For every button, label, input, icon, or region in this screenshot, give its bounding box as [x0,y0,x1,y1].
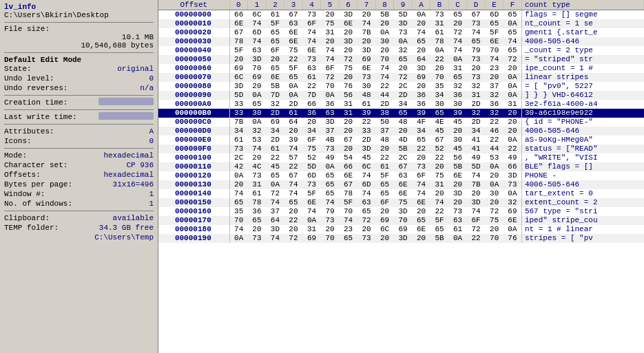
hex-cell[interactable]: 70 [248,64,267,73]
hex-cell[interactable]: 5F [284,64,303,73]
hex-cell[interactable]: 20 [430,162,449,171]
hex-cell[interactable]: 74 [375,64,394,73]
hex-cell[interactable]: 0A [229,171,248,180]
hex-cell[interactable]: 61 [266,145,284,153]
hex-cell[interactable]: 20 [375,145,394,153]
hex-cell[interactable]: 64 [412,55,430,64]
hex-cell[interactable]: 65 [448,73,467,82]
hex-cell[interactable]: 20 [467,64,486,73]
hex-cell[interactable]: 65 [503,10,522,20]
hex-cell[interactable]: 67 [339,136,357,145]
hex-cell[interactable]: 75 [485,216,503,225]
hex-cell[interactable]: 20 [448,180,467,189]
hex-cell[interactable]: 70 [394,216,413,225]
hex-cell[interactable]: 0A [485,180,503,189]
hex-cell[interactable]: 22 [266,153,284,162]
hex-cell[interactable]: 37 [266,207,284,216]
hex-cell[interactable]: 30 [357,82,376,91]
hex-cell[interactable]: 22 [430,55,449,64]
hex-cell[interactable]: 30 [375,37,394,46]
hex-cell[interactable]: 65 [375,180,394,189]
hex-cell[interactable]: 74 [321,46,340,55]
table-row[interactable]: 000000307874656E74203D20300A657874656E74… [158,37,644,46]
hex-cell[interactable]: 63 [248,46,267,55]
hex-cell[interactable]: 65 [266,37,284,46]
table-row[interactable]: 000000405F636F756E74203D2032200A74797065… [158,46,644,55]
hex-cell[interactable]: 31 [430,19,449,28]
hex-cell[interactable]: 0A [284,91,303,100]
hex-cell[interactable]: 5F [266,19,284,28]
hex-cell[interactable]: 5B [375,10,394,20]
hex-cell[interactable]: 65 [430,225,449,234]
hex-cell[interactable]: 34 [412,127,430,136]
hex-cell[interactable]: 45 [448,118,467,127]
hex-cell[interactable]: 45 [266,162,284,171]
hex-cell[interactable]: 23 [339,225,357,234]
table-row[interactable]: 000000E061532D396F4B672D484D65673041220A… [158,136,644,145]
table-row[interactable]: 0000018074203D20312023206C696E656172200A… [158,225,644,234]
hex-cell[interactable]: 53 [248,136,267,145]
hex-cell[interactable]: 65 [394,109,413,118]
hex-cell[interactable]: 5F [302,189,321,198]
hex-cell[interactable]: 64 [266,216,284,225]
hex-cell[interactable]: 37 [375,127,394,136]
hex-cell[interactable]: 56 [339,91,357,100]
hex-cell[interactable]: 6C [229,73,248,82]
hex-cell[interactable]: 20 [503,127,522,136]
hex-cell[interactable]: 34 [266,127,284,136]
hex-cell[interactable]: 20 [394,64,413,73]
hex-cell[interactable]: 0A [302,216,321,225]
hex-cell[interactable]: 31 [467,91,486,100]
hex-cell[interactable]: 63 [321,109,340,118]
hex-cell[interactable]: 72 [394,73,413,82]
table-row[interactable]: 00000150657874656E745F636F756E74203D2032… [158,198,644,207]
hex-cell[interactable]: 65 [266,28,284,37]
hex-cell[interactable]: 41 [467,145,486,153]
hex-cell[interactable]: 67 [430,136,449,145]
hex-cell[interactable]: 6F [266,46,284,55]
hex-cell[interactable]: 65 [321,171,340,180]
hex-cell[interactable]: 72 [284,234,303,243]
hex-cell[interactable]: 36 [321,100,340,109]
hex-cell[interactable]: 5D [302,162,321,171]
hex-cell[interactable]: 22 [485,118,503,127]
hex-cell[interactable]: 0A [412,10,430,20]
hex-cell[interactable]: 20 [339,46,357,55]
hex-cell[interactable]: 6E [284,28,303,37]
hex-cell[interactable]: 74 [321,198,340,207]
hex-cell[interactable]: 0A [503,189,522,198]
hex-cell[interactable]: 50 [375,118,394,127]
hex-cell[interactable]: 74 [412,180,430,189]
hex-cell[interactable]: 46 [485,127,503,136]
hex-cell[interactable]: 2C [394,82,413,91]
hex-cell[interactable]: 3D [394,234,413,243]
hex-cell[interactable]: 75 [321,19,340,28]
hex-cell[interactable]: 72 [339,55,357,64]
table-row[interactable]: 00000110424C45225D0A666C616773205B5D0A66… [158,162,644,171]
hex-cell[interactable]: 73 [229,145,248,153]
hex-cell[interactable]: 20 [467,189,486,198]
hex-cell[interactable]: 73 [357,234,376,243]
hex-cell[interactable]: 5B [430,234,449,243]
hex-cell[interactable]: 4F [412,118,430,127]
hex-cell[interactable]: 0A [375,28,394,37]
hex-cell[interactable]: 20 [485,198,503,207]
hex-cell[interactable]: 0A [321,162,340,171]
hex-cell[interactable]: 32 [248,127,267,136]
hex-cell[interactable]: 65 [412,136,430,145]
hex-cell[interactable]: 73 [448,207,467,216]
hex-cell[interactable]: 72 [266,189,284,198]
hex-cell[interactable]: 31 [321,28,340,37]
hex-cell[interactable]: 3D [394,207,413,216]
hex-cell[interactable]: 6F [467,216,486,225]
hex-cell[interactable]: 63 [302,64,321,73]
hex-cell[interactable]: 72 [321,73,340,82]
hex-cell[interactable]: 65 [394,55,413,64]
hex-cell[interactable]: 65 [430,109,449,118]
hex-cell[interactable]: 20 [284,207,303,216]
hex-cell[interactable]: 20 [229,180,248,189]
hex-cell[interactable]: 65 [503,46,522,55]
hex-cell[interactable]: 69 [302,234,321,243]
hex-cell[interactable]: 73 [302,10,321,20]
table-row[interactable]: 000000606970655F636F756E74203D2031202320… [158,64,644,73]
